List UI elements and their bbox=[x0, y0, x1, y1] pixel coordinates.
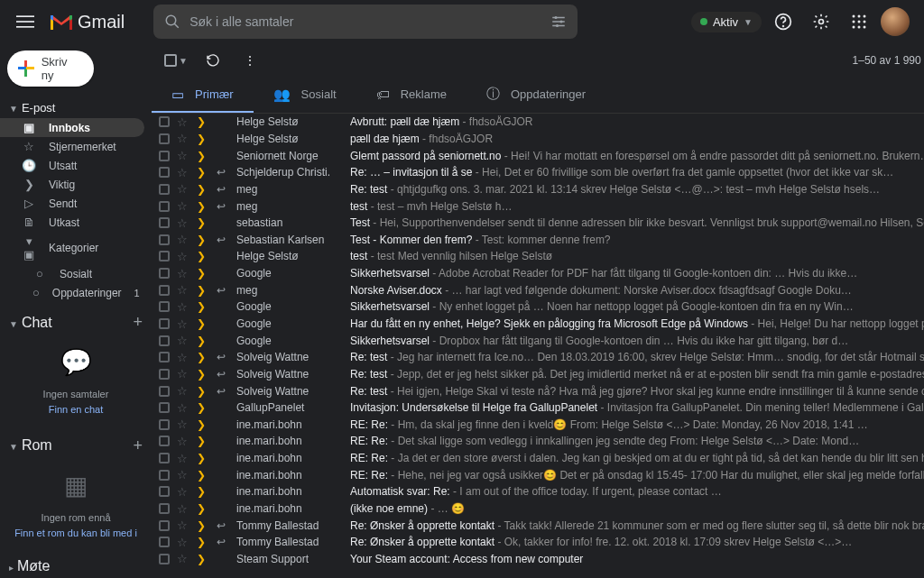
nav-email-header[interactable]: ▼E-post bbox=[0, 97, 152, 118]
search-input[interactable] bbox=[180, 14, 550, 29]
mail-row[interactable]: ☆❯↩megRe: test - qhtjdgufkg ons. 3. mar.… bbox=[152, 181, 924, 198]
gmail-logo[interactable]: Gmail bbox=[51, 12, 125, 32]
important-icon[interactable]: ❯ bbox=[197, 452, 209, 464]
important-icon[interactable]: ❯ bbox=[197, 335, 209, 347]
important-icon[interactable]: ❯ bbox=[197, 200, 209, 213]
main-menu-button[interactable] bbox=[7, 4, 43, 40]
row-checkbox[interactable] bbox=[159, 285, 170, 296]
mail-row[interactable]: ☆❯↩Solveig WattneRe: test - Hei igjen, H… bbox=[152, 382, 924, 399]
star-icon[interactable]: ☆ bbox=[177, 452, 189, 465]
mail-row[interactable]: ☆❯↩megtest - test – mvh Helge Selstø h…0… bbox=[152, 197, 924, 215]
star-icon[interactable]: ☆ bbox=[177, 384, 189, 398]
star-icon[interactable]: ☆ bbox=[177, 317, 189, 331]
star-icon[interactable]: ☆ bbox=[177, 267, 189, 280]
mail-row[interactable]: ☆❯↩Schjelderup Christi.Re: … – invitasjo… bbox=[152, 164, 924, 181]
row-checkbox[interactable] bbox=[159, 251, 170, 261]
star-icon[interactable]: ☆ bbox=[177, 334, 189, 347]
sidebar-item-utsatt[interactable]: 🕒Utsatt bbox=[0, 156, 144, 175]
sidebar-item-sendt[interactable]: ▷Sendt bbox=[0, 194, 144, 213]
star-icon[interactable]: ☆ bbox=[177, 367, 189, 381]
star-icon[interactable]: ☆ bbox=[177, 199, 189, 213]
chevron-down-icon[interactable]: ▼ bbox=[179, 56, 188, 66]
important-icon[interactable]: ❯ bbox=[197, 519, 209, 532]
sidebar-item-viktig[interactable]: ❯Viktig bbox=[0, 175, 144, 194]
mail-row[interactable]: ☆❯ine.mari.bohnRE: Re: - Hehe, nei jeg v… bbox=[152, 466, 924, 483]
star-icon[interactable]: ☆ bbox=[177, 468, 189, 482]
important-icon[interactable]: ❯ bbox=[197, 267, 209, 280]
star-icon[interactable]: ☆ bbox=[177, 182, 189, 196]
sidebar-item-stjernemerket[interactable]: ☆Stjernemerket bbox=[0, 137, 144, 156]
nav-chat-header[interactable]: ▼Chat + bbox=[0, 309, 152, 335]
star-icon[interactable]: ☆ bbox=[177, 115, 189, 129]
mail-row[interactable]: ☆❯Steam SupportYour Steam account: Acces… bbox=[152, 551, 924, 568]
tab-sosialt[interactable]: 👥Sosialt bbox=[254, 78, 356, 113]
row-checkbox[interactable] bbox=[159, 116, 170, 127]
mail-row[interactable]: ☆❯ine.mari.bohnRE: Re: - Ja det er den s… bbox=[152, 450, 924, 467]
important-icon[interactable]: ❯ bbox=[197, 150, 209, 162]
important-icon[interactable]: ❯ bbox=[197, 485, 209, 498]
mail-row[interactable]: ☆❯↩Solveig WattneRe: test - Jeg har inte… bbox=[152, 349, 924, 366]
mail-row[interactable]: ☆❯sebastianTest - Hei, Supporthenvendels… bbox=[152, 215, 924, 232]
important-icon[interactable]: ❯ bbox=[197, 234, 209, 246]
row-checkbox[interactable] bbox=[159, 151, 170, 161]
important-icon[interactable]: ❯ bbox=[197, 368, 209, 381]
select-all[interactable]: ▼ bbox=[164, 54, 188, 67]
compose-button[interactable]: Skriv ny bbox=[7, 50, 94, 87]
important-icon[interactable]: ❯ bbox=[197, 300, 209, 313]
mail-row[interactable]: ☆❯GoogleSikkerhetsvarsel - Ny enhet logg… bbox=[152, 298, 924, 316]
mail-row[interactable]: ☆❯Helge Selstøtest - test Med vennlig hi… bbox=[152, 248, 924, 265]
star-icon[interactable]: ☆ bbox=[177, 250, 189, 263]
important-icon[interactable]: ❯ bbox=[197, 536, 209, 548]
row-checkbox[interactable] bbox=[159, 402, 170, 413]
nav-rooms-header[interactable]: ▼Rom + bbox=[0, 433, 152, 459]
star-icon[interactable]: ☆ bbox=[177, 536, 189, 549]
row-checkbox[interactable] bbox=[159, 234, 170, 245]
important-icon[interactable]: ❯ bbox=[197, 284, 209, 297]
mail-row[interactable]: ☆❯ine.mari.bohnRE: Re: - Det skal ligge … bbox=[152, 433, 924, 450]
sidebar-item-innboks[interactable]: ▣Innboks bbox=[0, 118, 144, 137]
row-checkbox[interactable] bbox=[159, 268, 170, 279]
mail-row[interactable]: ☆❯Helge SelstøAvbrutt: pæll dæ hjæm - fh… bbox=[152, 114, 924, 131]
important-icon[interactable]: ❯ bbox=[197, 435, 209, 447]
important-icon[interactable]: ❯ bbox=[197, 351, 209, 363]
star-icon[interactable]: ☆ bbox=[177, 485, 189, 499]
mail-row[interactable]: ☆❯↩Tommy BallestadRe: Ønsker å opprette … bbox=[152, 517, 924, 534]
new-room-button[interactable]: + bbox=[133, 436, 143, 455]
status-selector[interactable]: Aktiv ▼ bbox=[691, 12, 762, 32]
row-checkbox[interactable] bbox=[159, 369, 170, 380]
star-icon[interactable]: ☆ bbox=[177, 149, 189, 162]
important-icon[interactable]: ❯ bbox=[197, 418, 209, 431]
important-icon[interactable]: ❯ bbox=[197, 183, 209, 196]
important-icon[interactable]: ❯ bbox=[197, 502, 209, 515]
important-icon[interactable]: ❯ bbox=[197, 115, 209, 128]
star-icon[interactable]: ☆ bbox=[177, 300, 189, 314]
find-room-link[interactable]: Finn et rom du kan bli med i bbox=[4, 526, 148, 542]
sidebar-item-utkast[interactable]: 🗎Utkast bbox=[0, 213, 144, 232]
mail-row[interactable]: ☆❯ine.mari.bohnAutomatisk svar: Re: - I … bbox=[152, 483, 924, 500]
row-checkbox[interactable] bbox=[159, 301, 170, 312]
row-checkbox[interactable] bbox=[159, 318, 170, 329]
account-avatar[interactable] bbox=[881, 7, 910, 36]
help-button[interactable] bbox=[767, 5, 799, 38]
row-checkbox[interactable] bbox=[159, 470, 170, 481]
star-icon[interactable]: ☆ bbox=[177, 435, 189, 448]
important-icon[interactable]: ❯ bbox=[197, 385, 209, 398]
apps-button[interactable] bbox=[843, 5, 875, 38]
star-icon[interactable]: ☆ bbox=[177, 351, 189, 364]
row-checkbox[interactable] bbox=[159, 486, 170, 497]
mail-row[interactable]: ☆❯↩Solveig WattneRe: test - Jepp, det er… bbox=[152, 366, 924, 383]
row-checkbox[interactable] bbox=[159, 520, 170, 531]
mail-row[interactable]: ☆❯GoogleHar du fått en ny enhet, Helge? … bbox=[152, 316, 924, 333]
star-icon[interactable]: ☆ bbox=[177, 518, 189, 532]
mail-row[interactable]: ☆❯Seniornett NorgeGlemt passord på senio… bbox=[152, 147, 924, 164]
settings-button[interactable] bbox=[805, 5, 837, 38]
mail-row[interactable]: ☆❯GoogleSikkerhetsvarsel - Adobe Acrobat… bbox=[152, 265, 924, 282]
star-icon[interactable]: ☆ bbox=[177, 216, 189, 230]
important-icon[interactable]: ❯ bbox=[197, 166, 209, 179]
row-checkbox[interactable] bbox=[159, 352, 170, 362]
star-icon[interactable]: ☆ bbox=[177, 552, 189, 565]
search-options-icon[interactable] bbox=[550, 14, 567, 30]
mail-row[interactable]: ☆❯Helge Selstøpæll dæ hjæm - fhdsoÅGJOR📅… bbox=[152, 131, 924, 148]
important-icon[interactable]: ❯ bbox=[197, 553, 209, 565]
important-icon[interactable]: ❯ bbox=[197, 216, 209, 229]
